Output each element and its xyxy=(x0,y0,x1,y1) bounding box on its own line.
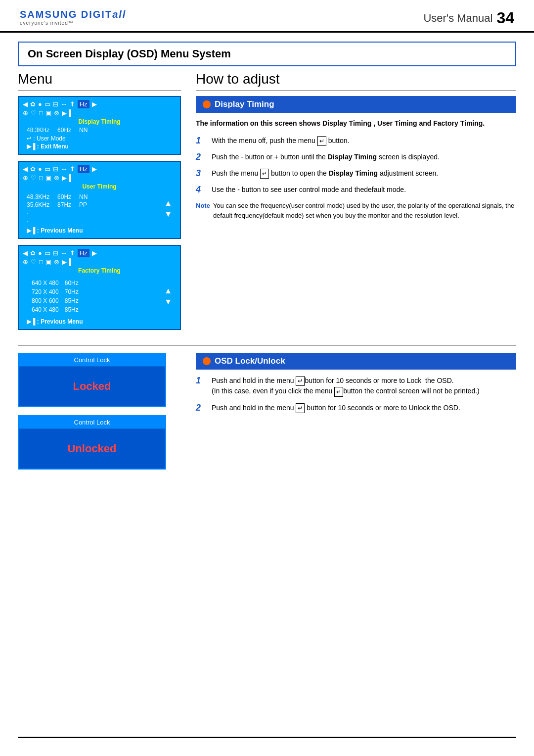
osd-lock-dot xyxy=(203,357,211,365)
osd2-icon-cancel: ⊗ xyxy=(54,174,59,182)
osd3-icon-circle: ⊕ xyxy=(23,258,28,266)
step-2: 2 Push the - button or + button until th… xyxy=(196,152,516,162)
osd-right-arrow-1: ▶ xyxy=(92,100,97,108)
osd3-icon-contrast: ● xyxy=(38,249,42,257)
osd-icon-arrows: ↔ xyxy=(61,100,67,108)
step-3-bold: Display Timing xyxy=(329,169,378,177)
osd3-icon-screen: ▣ xyxy=(45,258,51,266)
osd3-down-arrow: ▼ xyxy=(164,297,172,306)
osd-p2-mode2: PP xyxy=(79,201,87,208)
osd-lock-title: OSD Lock/Unlock xyxy=(215,356,285,366)
step-4: 4 Use the - button to see user control m… xyxy=(196,185,516,195)
osd3-icon-up: ⬆ xyxy=(70,249,75,257)
osd-icons-row-5: ◀ ✿ ● ▭ ⊟ ↔ ⬆ Hz ▶ xyxy=(23,249,176,257)
osd-panel-display-timing: ◀ ✿ ● ▭ ⊟ ↔ ⬆ Hz ▶ ⊕ ♡ □ ▣ ⊗ ▶▐ xyxy=(18,96,181,155)
enter-btn-lock1: ↵ xyxy=(296,376,305,386)
hz-2: 70Hz xyxy=(65,288,84,296)
osd-panel1-mode: NN xyxy=(79,127,88,134)
osd-right-arrow-2: ▶ xyxy=(92,165,97,173)
logo-tagline: everyone's invited™ xyxy=(20,20,126,26)
manual-label: User's Manual xyxy=(423,12,492,25)
section-title-bar: On Screen Display (OSD) Menu System xyxy=(18,42,516,66)
osd-left-arrow-3: ◀ xyxy=(23,249,28,257)
osd-icon-up: ⬆ xyxy=(70,100,75,108)
osd-icon-pos: ⊟ xyxy=(53,100,58,108)
osd-lock-heading: OSD Lock/Unlock xyxy=(196,353,516,370)
main-content: Menu ◀ ✿ ● ▭ ⊟ ↔ ⬆ Hz ▶ ⊕ ♡ □ xyxy=(0,71,534,336)
step-2-text: Push the - button or + button until the … xyxy=(212,152,440,162)
table-row: 640 X 48060Hz xyxy=(32,279,84,287)
osd-icon-contrast: ● xyxy=(38,100,42,108)
osd-icon-heart: ♡ xyxy=(31,109,37,117)
hz-4: 85Hz xyxy=(65,306,84,314)
step-2-num: 2 xyxy=(196,152,207,162)
osd3-icon-arrows: ↔ xyxy=(61,249,67,257)
osd3-icon-pos: ⊟ xyxy=(53,249,58,257)
res-1: 640 X 480 xyxy=(32,279,64,287)
note-box: Note You can see the frequency(user cont… xyxy=(196,201,516,220)
enter-btn-3: ↵ xyxy=(260,169,269,179)
hz-3: 85Hz xyxy=(65,297,84,305)
osd-panel3-table: 640 X 48060Hz 720 X 40070Hz 800 X 60085H… xyxy=(31,278,85,315)
osd-panel1-label: Display Timing xyxy=(23,118,176,125)
samsung-all: all xyxy=(112,9,126,20)
samsung-brand: SAMSUNG DIGIT xyxy=(20,9,112,20)
control-lock-box-locked: Control Lock Locked xyxy=(18,353,166,407)
osd-panel3-arrows: ▲ ▼ xyxy=(164,277,172,316)
osd-panel2-label: User Timing xyxy=(23,183,176,190)
osd-panel-factory-timing: ◀ ✿ ● ▭ ⊟ ↔ ⬆ Hz ▶ ⊕ ♡ □ ▣ ⊗ ▶▐ xyxy=(18,245,181,330)
osd-icon-screen: ▣ xyxy=(45,109,51,117)
osd-panel1-data: 48.3KHz 60Hz NN xyxy=(27,127,176,134)
osd3-icon-hz: Hz xyxy=(78,249,89,257)
osd-lock-step-1-text: Push and hold in the menu ↵button for 10… xyxy=(212,376,480,397)
osd2-icon-contrast: ● xyxy=(38,165,42,173)
osd-p2-mode1: NN xyxy=(79,193,88,200)
osd-panel1-enter: ↵ : User Mode xyxy=(27,135,176,142)
osd2-icon-up: ⬆ xyxy=(70,165,75,173)
osd-panel2-row2: 35.6KHz 87Hz PP xyxy=(27,201,88,208)
osd-panel2-row1: 48.3KHz 60Hz NN xyxy=(27,193,88,200)
note-label: Note xyxy=(196,201,210,220)
osd-panel2-arrows: ▲ ▼ xyxy=(164,192,172,225)
display-timing-steps: 1 With the menu off, push the menu ↵ but… xyxy=(196,136,516,195)
osd-panel3-prev: ▶▐ : Previous Menu xyxy=(27,318,176,325)
header-right: User's Manual 34 xyxy=(423,9,514,27)
enter-btn-lock2: ↵ xyxy=(296,403,305,413)
osd-icons-row-1: ◀ ✿ ● ▭ ⊟ ↔ ⬆ Hz ▶ xyxy=(23,100,176,108)
osd-left-arrow-2: ◀ xyxy=(23,165,28,173)
osd2-icon-monitor: ▶▐ xyxy=(62,174,71,182)
step-3: 3 Push the menu ↵ button to open the Dis… xyxy=(196,168,516,179)
lock-section-layout: Control Lock Locked Control Lock Unlocke… xyxy=(0,353,534,477)
table-row: 800 X 60085Hz xyxy=(32,297,84,305)
osd3-icon-square: □ xyxy=(39,258,43,266)
osd-lock-step-1: 1 Push and hold in the menu ↵button for … xyxy=(196,376,516,397)
enter-btn-1: ↵ xyxy=(317,136,326,146)
osd3-icon-brightness: ✿ xyxy=(30,249,36,257)
control-lock-title-1: Control Lock xyxy=(19,354,165,367)
osd2-icon-size: ▭ xyxy=(44,165,50,173)
control-lock-body-1: Locked xyxy=(19,367,165,406)
osd3-icon-monitor: ▶▐ xyxy=(62,258,71,266)
display-timing-heading: Display Timing xyxy=(196,96,516,113)
osd-panel1-hz: 60Hz xyxy=(57,127,71,134)
osd3-icon-heart: ♡ xyxy=(31,258,37,266)
table-row: 720 X 40070Hz xyxy=(32,288,84,296)
osd-lock-step-2-num: 2 xyxy=(196,403,207,413)
osd-panel1-freq: 48.3KHz xyxy=(27,127,49,134)
res-4: 640 X 480 xyxy=(32,306,64,314)
osd-left-arrow-1: ◀ xyxy=(23,100,28,108)
left-column: Menu ◀ ✿ ● ▭ ⊟ ↔ ⬆ Hz ▶ ⊕ ♡ □ xyxy=(18,71,181,336)
osd-icon-monitor: ▶▐ xyxy=(62,109,71,117)
osd-icon-size: ▭ xyxy=(44,100,50,108)
control-lock-box-unlocked: Control Lock Unlocked xyxy=(18,415,166,470)
header: SAMSUNG DIGITall everyone's invited™ Use… xyxy=(0,0,534,33)
osd2-icon-brightness: ✿ xyxy=(30,165,36,173)
osd-p2-freq1: 48.3KHz xyxy=(27,193,49,200)
osd-panel3-content: 640 X 48060Hz 720 X 40070Hz 800 X 60085H… xyxy=(23,276,176,317)
step-1-text: With the menu off, push the menu ↵ butto… xyxy=(212,136,349,146)
osd-right-arrow-3: ▶ xyxy=(92,249,97,257)
right-column: How to adjust Display Timing The informa… xyxy=(196,71,516,336)
osd-down-arrow: ▼ xyxy=(164,210,172,219)
locked-text: Locked xyxy=(73,380,111,393)
step-1-num: 1 xyxy=(196,136,207,146)
